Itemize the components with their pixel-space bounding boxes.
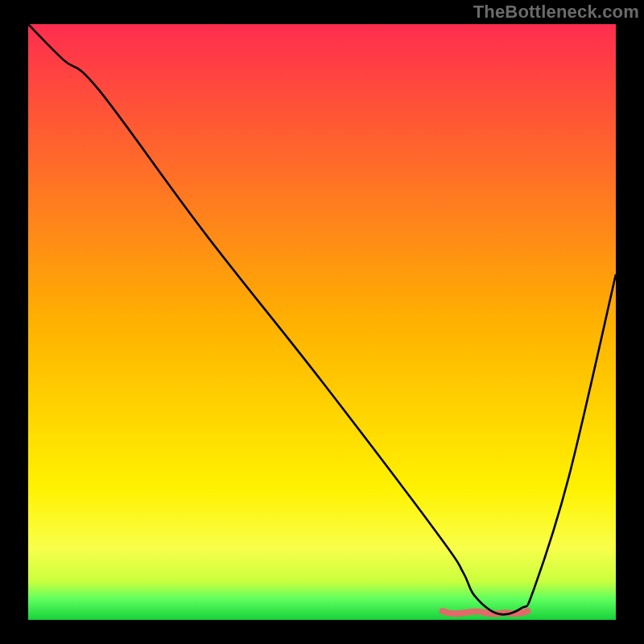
chart-frame: TheBottleneck.com — [0, 0, 644, 644]
watermark-text: TheBottleneck.com — [473, 2, 639, 23]
chart-svg — [0, 0, 644, 644]
